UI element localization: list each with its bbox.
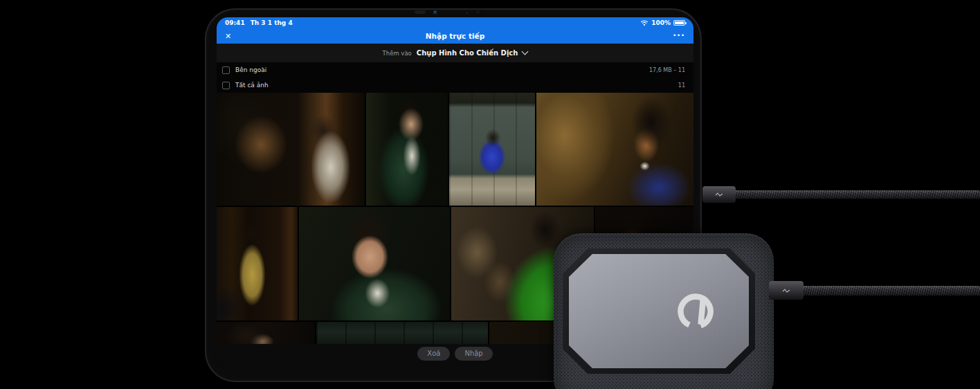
- photo-thumbnail[interactable]: [449, 93, 535, 206]
- source-row-all-photos[interactable]: Tất cả ảnh 11: [217, 78, 693, 93]
- camera-sensor: [475, 10, 482, 16]
- clock: 09:41: [225, 19, 245, 26]
- photo-thumbnail[interactable]: [316, 322, 488, 344]
- album-selector-value[interactable]: Chụp Hình Cho Chiến Dịch: [417, 49, 518, 57]
- source-row-external[interactable]: Bên ngoài 17,6 MB – 11: [217, 62, 693, 78]
- photo-thumbnail[interactable]: [536, 93, 693, 206]
- mic-dot: [466, 12, 468, 14]
- battery-icon: [673, 20, 685, 26]
- source-row-detail: 11: [678, 82, 685, 89]
- close-icon[interactable]: ✕: [225, 28, 231, 44]
- date: Th 3 1 thg 4: [251, 19, 293, 26]
- photo-grid-row: [217, 93, 693, 206]
- album-selector-label: Thêm vào: [383, 50, 412, 57]
- photo-thumbnail[interactable]: [366, 93, 448, 206]
- photo-thumbnail[interactable]: [299, 207, 450, 320]
- checkbox-all-photos[interactable]: [222, 82, 230, 89]
- scene: 09:41 Th 3 1 thg 4 100% ✕ Nhập trực tiếp…: [0, 0, 980, 389]
- status-bar: 09:41 Th 3 1 thg 4 100%: [217, 17, 693, 28]
- usb-connector-bottom: [769, 281, 804, 300]
- delete-button[interactable]: Xoá: [417, 347, 450, 361]
- import-nav-bar: ✕ Nhập trực tiếp ···: [217, 28, 693, 44]
- external-ssd-drive: [554, 233, 774, 389]
- thunderbolt-icon: [782, 288, 790, 293]
- checkbox-external[interactable]: [222, 66, 230, 74]
- usb-connector-top: [702, 186, 736, 203]
- speaker-slot: [415, 10, 426, 14]
- source-row-label: Tất cả ảnh: [235, 82, 678, 89]
- drive-plate-bevel: [563, 248, 755, 374]
- wifi-icon: [640, 20, 648, 26]
- source-list: Bên ngoài 17,6 MB – 11 Tất cả ảnh 11: [217, 62, 693, 93]
- source-row-label: Bên ngoài: [235, 66, 649, 73]
- source-row-detail: 17,6 MB – 11: [649, 67, 685, 73]
- page-title: Nhập trực tiếp: [217, 32, 693, 40]
- drive-metal-plate: [569, 254, 749, 368]
- g-technology-logo-icon: [675, 291, 716, 332]
- chevron-down-icon: [522, 48, 529, 55]
- battery-percent: 100%: [651, 19, 671, 26]
- import-button[interactable]: Nhập: [455, 347, 492, 361]
- usb-cable-top: [734, 190, 980, 199]
- usb-cable-bottom: [801, 286, 980, 296]
- front-camera-icon: [433, 10, 437, 15]
- thunderbolt-icon: [715, 192, 723, 197]
- photo-thumbnail[interactable]: [217, 207, 298, 320]
- photo-thumbnail[interactable]: [217, 93, 365, 206]
- more-options-icon[interactable]: ···: [673, 27, 685, 42]
- album-selector[interactable]: Thêm vào Chụp Hình Cho Chiến Dịch: [217, 44, 693, 62]
- photo-thumbnail[interactable]: [217, 322, 315, 344]
